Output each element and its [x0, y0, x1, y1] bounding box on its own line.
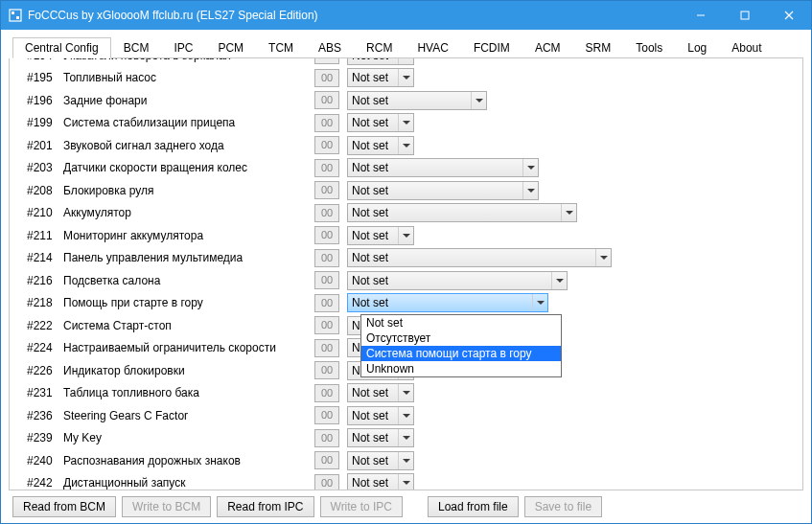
- tab-ipc[interactable]: IPC: [161, 37, 205, 57]
- select-value: Not set: [348, 274, 551, 287]
- hex-input[interactable]: 00: [314, 114, 339, 132]
- hex-input[interactable]: 00: [314, 271, 339, 289]
- value-select[interactable]: Not set: [347, 248, 612, 267]
- value-select[interactable]: Not set: [347, 158, 539, 177]
- tab-pcm[interactable]: PCM: [205, 37, 256, 57]
- config-row: #214Панель управления мультимедиа00Not s…: [27, 247, 797, 270]
- app-window: FoCCCus by xGlooooM ffclub.ru (ELS27 Spe…: [0, 0, 812, 524]
- row-label: Задние фонари: [63, 94, 314, 107]
- row-label: Аккумулятор: [63, 206, 314, 219]
- tab-srm[interactable]: SRM: [573, 37, 624, 57]
- select-value: Not set: [348, 94, 471, 107]
- chevron-down-icon: [532, 294, 547, 311]
- tab-fcdim[interactable]: FCDIM: [461, 37, 522, 57]
- chevron-down-icon: [398, 429, 413, 446]
- value-select[interactable]: Not set: [347, 68, 414, 87]
- config-row: #199Система стабилизации прицепа00Not se…: [27, 112, 797, 135]
- value-select[interactable]: Not set: [347, 473, 414, 490]
- value-select[interactable]: Not set: [347, 226, 414, 245]
- config-row: #211Мониторинг аккумулятора00Not set: [27, 224, 797, 247]
- row-id: #240: [27, 454, 63, 467]
- hex-input[interactable]: 00: [314, 204, 339, 222]
- hex-input[interactable]: 00: [314, 429, 339, 447]
- read-from-bcm-button[interactable]: Read from BCM: [12, 496, 116, 517]
- hex-input[interactable]: 00: [314, 474, 339, 490]
- chevron-down-icon: [595, 249, 611, 266]
- tab-about[interactable]: About: [719, 37, 774, 57]
- value-select[interactable]: Not set: [347, 406, 414, 425]
- value-select[interactable]: Not set: [347, 293, 548, 312]
- dropdown-option[interactable]: Система помощи старта в гору: [361, 346, 561, 361]
- row-label: Мониторинг аккумулятора: [63, 229, 314, 242]
- value-select[interactable]: Not set: [347, 428, 414, 447]
- dropdown-menu[interactable]: Not setОтсутствуетСистема помощи старта …: [360, 314, 562, 377]
- dropdown-option[interactable]: Unknown: [361, 361, 561, 376]
- tab-central-config[interactable]: Central Config: [12, 37, 111, 58]
- value-select[interactable]: Not set: [347, 383, 414, 402]
- load-from-file-button[interactable]: Load from file: [428, 496, 519, 517]
- svg-rect-4: [741, 11, 749, 19]
- config-row: #210Аккумулятор00Not set: [27, 202, 797, 225]
- config-row: #242Дистанционный запуск00Not set: [27, 472, 797, 490]
- tab-hvac[interactable]: HVAC: [405, 37, 460, 57]
- client-area: Central ConfigBCMIPCPCMTCMABSRCMHVACFCDI…: [1, 30, 811, 523]
- close-button[interactable]: [767, 1, 811, 30]
- tab-acm[interactable]: ACM: [522, 37, 573, 57]
- row-id: #214: [27, 251, 63, 264]
- config-row: #240Распознавания дорожных знаков00Not s…: [27, 449, 797, 472]
- row-id: #201: [27, 139, 63, 152]
- hex-input[interactable]: 00: [314, 249, 339, 267]
- config-grid-scroll[interactable]: #194Указатели поворота в зеркалах00Not s…: [10, 58, 802, 490]
- tab-log[interactable]: Log: [675, 37, 719, 57]
- dropdown-option[interactable]: Not set: [361, 315, 561, 330]
- chevron-down-icon: [398, 58, 413, 64]
- value-select[interactable]: Not set: [347, 203, 577, 222]
- row-label: Индикатор блокировки: [63, 364, 314, 377]
- value-select[interactable]: Not set: [347, 136, 414, 155]
- chevron-down-icon: [471, 92, 486, 109]
- hex-input[interactable]: 00: [314, 159, 339, 177]
- hex-input[interactable]: 00: [314, 58, 339, 64]
- read-from-ipc-button[interactable]: Read from IPC: [217, 496, 313, 517]
- hex-input[interactable]: 00: [314, 91, 339, 109]
- tab-rcm[interactable]: RCM: [354, 37, 405, 57]
- config-row: #208Блокировка руля00Not set: [27, 179, 797, 202]
- chevron-down-icon: [561, 204, 576, 221]
- maximize-button[interactable]: [723, 1, 767, 30]
- tabstrip: Central ConfigBCMIPCPCMTCMABSRCMHVACFCDI…: [12, 35, 803, 58]
- hex-input[interactable]: 00: [314, 226, 339, 244]
- value-select[interactable]: Not set: [347, 91, 487, 110]
- config-grid: #194Указатели поворота в зеркалах00Not s…: [10, 58, 802, 490]
- minimize-button[interactable]: [679, 1, 723, 30]
- config-row: #203Датчики скорости вращения колес00Not…: [27, 157, 797, 180]
- hex-input[interactable]: 00: [314, 361, 339, 379]
- chevron-down-icon: [398, 227, 413, 244]
- row-id: #208: [27, 184, 63, 197]
- select-value: Not set: [348, 431, 398, 444]
- config-row: #196Задние фонари00Not set: [27, 89, 797, 112]
- hex-input[interactable]: 00: [314, 69, 339, 87]
- tab-tcm[interactable]: TCM: [256, 37, 306, 57]
- row-label: Звуковой сигнал заднего хода: [63, 139, 314, 152]
- row-label: Топливный насос: [63, 71, 314, 84]
- value-select[interactable]: Not set: [347, 451, 414, 470]
- hex-input[interactable]: 00: [314, 384, 339, 402]
- tab-bcm[interactable]: BCM: [111, 37, 162, 57]
- hex-input[interactable]: 00: [314, 181, 339, 199]
- tab-content: #194Указатели поворота в зеркалах00Not s…: [9, 58, 803, 490]
- value-select[interactable]: Not set: [347, 271, 568, 290]
- hex-input[interactable]: 00: [314, 451, 339, 469]
- hex-input[interactable]: 00: [314, 136, 339, 154]
- hex-input[interactable]: 00: [314, 406, 339, 424]
- dropdown-option[interactable]: Отсутствует: [361, 330, 561, 346]
- value-select[interactable]: Not set: [347, 181, 539, 200]
- select-value: Not set: [348, 409, 398, 422]
- hex-input[interactable]: 00: [314, 339, 339, 357]
- tab-tools[interactable]: Tools: [623, 37, 675, 57]
- value-select[interactable]: Not set: [347, 58, 414, 65]
- hex-input[interactable]: 00: [314, 294, 339, 312]
- select-value: Not set: [348, 206, 561, 219]
- tab-abs[interactable]: ABS: [306, 37, 354, 57]
- value-select[interactable]: Not set: [347, 113, 414, 132]
- hex-input[interactable]: 00: [314, 316, 339, 334]
